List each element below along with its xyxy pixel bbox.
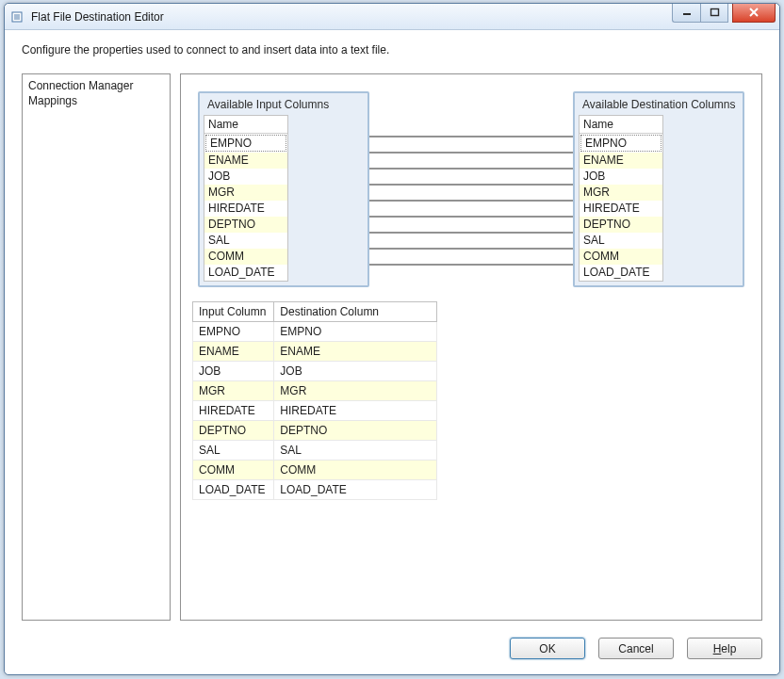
input-box-title: Available Input Columns <box>204 96 364 115</box>
dest-col-load_date[interactable]: LOAD_DATE <box>580 265 662 281</box>
col-header-destination[interactable]: Destination Column <box>274 302 437 322</box>
mapping-table[interactable]: Input Column Destination Column EMPNOEMP… <box>192 301 437 500</box>
nav-item-mappings[interactable]: Mappings <box>28 93 164 108</box>
main-area: Connection Manager Mappings Available In… <box>22 73 762 621</box>
help-label-rest: elp <box>721 642 736 655</box>
mapping-input-cell[interactable]: DEPTNO <box>193 421 274 441</box>
input-col-job[interactable]: JOB <box>204 169 287 185</box>
window-title: Flat File Destination Editor <box>31 10 672 24</box>
dest-col-empno[interactable]: EMPNO <box>580 135 662 152</box>
help-label-first-letter: H <box>713 642 722 655</box>
mapping-row[interactable]: EMPNOEMPNO <box>193 322 437 342</box>
dest-col-job[interactable]: JOB <box>580 169 662 185</box>
dest-col-ename[interactable]: ENAME <box>580 153 662 169</box>
mapping-destination-cell[interactable]: JOB <box>274 362 437 381</box>
mapping-grid: Input Column Destination Column EMPNOEMP… <box>192 300 750 500</box>
mapping-destination-cell[interactable]: DEPTNO <box>274 421 437 441</box>
mapping-input-cell[interactable]: COMM <box>193 461 274 480</box>
mapping-input-cell[interactable]: SAL <box>193 441 274 461</box>
cancel-button[interactable]: Cancel <box>598 638 674 659</box>
mapping-row[interactable]: COMMCOMM <box>193 461 437 480</box>
mapping-destination-cell[interactable]: ENAME <box>274 342 437 362</box>
ok-button[interactable]: OK <box>510 638 585 659</box>
mapping-destination-cell[interactable]: COMM <box>274 461 437 480</box>
maximize-button[interactable] <box>700 4 728 23</box>
dest-list-header: Name <box>580 116 662 134</box>
mapping-input-cell[interactable]: LOAD_DATE <box>193 480 274 500</box>
title-bar[interactable]: Flat File Destination Editor <box>5 4 779 30</box>
content-panel: Available Input Columns Name EMPNOENAMEJ… <box>180 73 762 621</box>
col-header-input[interactable]: Input Column <box>193 302 274 322</box>
dest-box-title: Available Destination Columns <box>579 96 739 115</box>
minimize-button[interactable] <box>672 4 700 23</box>
mapping-destination-cell[interactable]: EMPNO <box>274 322 437 342</box>
dialog-window: Flat File Destination Editor Configure t… <box>4 3 780 675</box>
mapping-destination-cell[interactable]: MGR <box>274 381 437 401</box>
mapping-input-cell[interactable]: MGR <box>193 381 274 401</box>
dialog-button-bar: OK Cancel Help <box>5 628 779 674</box>
mapping-row[interactable]: JOBJOB <box>193 362 437 381</box>
help-button[interactable]: Help <box>687 638 762 659</box>
input-col-mgr[interactable]: MGR <box>204 185 287 201</box>
input-col-sal[interactable]: SAL <box>204 233 287 249</box>
close-button[interactable] <box>732 4 776 23</box>
mapping-input-cell[interactable]: HIREDATE <box>193 401 274 421</box>
page-navigator: Connection Manager Mappings <box>22 73 171 621</box>
input-column-list[interactable]: Name EMPNOENAMEJOBMGRHIREDATEDEPTNOSALCO… <box>204 115 288 282</box>
mapping-destination-cell[interactable]: HIREDATE <box>274 401 437 421</box>
mapping-row[interactable]: ENAMEENAME <box>193 342 437 362</box>
dest-col-comm[interactable]: COMM <box>580 249 662 265</box>
input-col-comm[interactable]: COMM <box>204 249 287 265</box>
mapping-row[interactable]: SALSAL <box>193 441 437 461</box>
mapping-row[interactable]: MGRMGR <box>193 381 437 401</box>
dest-col-hiredate[interactable]: HIREDATE <box>580 201 662 217</box>
input-list-header: Name <box>204 116 287 134</box>
input-col-empno[interactable]: EMPNO <box>205 135 286 152</box>
nav-item-connection-manager[interactable]: Connection Manager <box>28 78 164 93</box>
dest-col-mgr[interactable]: MGR <box>580 185 662 201</box>
input-col-load_date[interactable]: LOAD_DATE <box>204 265 287 281</box>
dest-col-sal[interactable]: SAL <box>580 233 662 249</box>
mapping-destination-cell[interactable]: LOAD_DATE <box>274 480 437 500</box>
mapping-row[interactable]: LOAD_DATELOAD_DATE <box>193 480 437 500</box>
app-icon <box>10 9 25 24</box>
mapping-connectors <box>369 91 573 280</box>
mapping-row[interactable]: HIREDATEHIREDATE <box>193 401 437 421</box>
available-destination-columns-box: Available Destination Columns Name EMPNO… <box>573 91 744 287</box>
input-col-ename[interactable]: ENAME <box>204 153 287 169</box>
column-mapping-visual: Available Input Columns Name EMPNOENAMEJ… <box>192 84 750 287</box>
mapping-row[interactable]: DEPTNODEPTNO <box>193 421 437 441</box>
mapping-input-cell[interactable]: EMPNO <box>193 322 274 342</box>
destination-column-list[interactable]: Name EMPNOENAMEJOBMGRHIREDATEDEPTNOSALCO… <box>579 115 663 282</box>
svg-rect-5 <box>710 9 718 16</box>
window-controls <box>672 4 779 23</box>
mapping-destination-cell[interactable]: SAL <box>274 441 437 461</box>
input-col-hiredate[interactable]: HIREDATE <box>204 201 287 217</box>
mapping-input-cell[interactable]: ENAME <box>193 342 274 362</box>
dest-col-deptno[interactable]: DEPTNO <box>580 217 662 233</box>
input-col-deptno[interactable]: DEPTNO <box>204 217 287 233</box>
available-input-columns-box: Available Input Columns Name EMPNOENAMEJ… <box>198 91 369 287</box>
mapping-input-cell[interactable]: JOB <box>193 362 274 381</box>
dialog-description: Configure the properties used to connect… <box>5 30 779 66</box>
